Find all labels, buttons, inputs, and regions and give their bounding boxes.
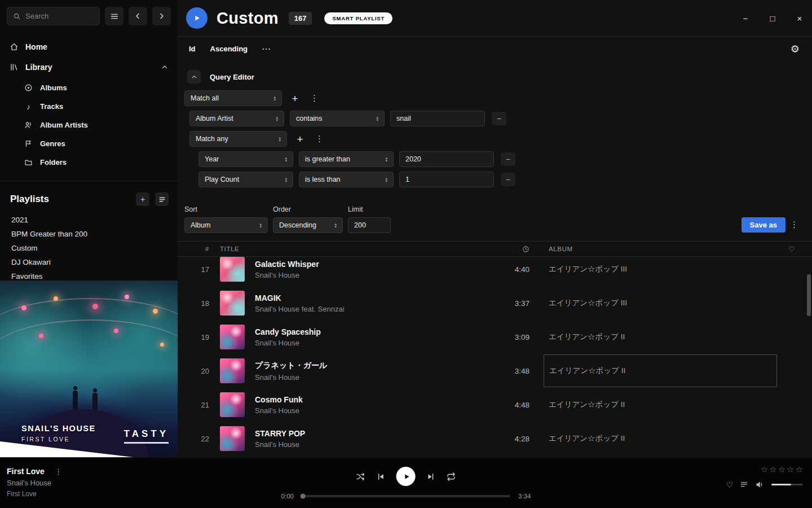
volume-slider[interactable] [771, 484, 803, 485]
rating-star[interactable]: ☆ [778, 465, 785, 475]
previous-track-button[interactable] [377, 472, 385, 481]
select-arrows-icon: ▴▾ [285, 177, 287, 182]
now-playing-menu-button[interactable]: ⋮ [52, 467, 64, 476]
table-row[interactable]: 17 Galactic Whisper Snail's House 4:40 エ… [178, 257, 812, 286]
rating-star[interactable]: ☆ [787, 465, 794, 475]
menu-button[interactable] [105, 7, 123, 25]
lantern-glow [160, 343, 164, 347]
seek-handle[interactable] [301, 494, 306, 499]
seek-bar[interactable] [302, 495, 510, 497]
track-duration: 4:40 [495, 265, 533, 274]
save-menu-button[interactable]: ⋮ [788, 220, 801, 230]
rule-group-menu-button[interactable]: ⋮ [313, 134, 326, 144]
playlist-list-button[interactable] [155, 192, 169, 206]
favorite-column-heart-icon[interactable]: ♡ [770, 245, 812, 253]
track-album-cell: エイリアン☆ポップ II [533, 422, 770, 456]
select-arrows-icon: ▴▾ [276, 116, 278, 121]
rule-field-select[interactable]: Play Count ▴▾ [198, 172, 293, 187]
column-album[interactable]: ALBUM [533, 246, 770, 252]
sidebar-item-folders[interactable]: Folders [0, 153, 178, 172]
select-arrows-icon: ▴▾ [385, 156, 387, 162]
volume-icon[interactable] [755, 480, 765, 489]
rule-field-select[interactable]: Album Artist ▴▾ [189, 111, 284, 126]
now-playing-album[interactable]: First Love [7, 490, 64, 498]
playlist-item[interactable]: DJ Okawari [11, 255, 169, 269]
add-rule-button[interactable]: + [288, 91, 302, 106]
back-button[interactable] [129, 7, 147, 25]
rule-operator-select[interactable]: contains ▴▾ [290, 111, 385, 126]
main-scrollbar[interactable] [807, 274, 811, 316]
sidebar-item-genres[interactable]: Genres [0, 134, 178, 153]
rating-star[interactable]: ☆ [761, 465, 768, 475]
rule-operator-select[interactable]: is greater than ▴▾ [299, 151, 394, 167]
playlist-item[interactable]: BPM Greater than 200 [11, 227, 169, 241]
play-playlist-button[interactable] [186, 7, 208, 29]
sort-select[interactable]: Album ▴▾ [184, 217, 268, 233]
search-input[interactable] [25, 12, 94, 20]
shuffle-button[interactable] [356, 472, 365, 481]
rule-value-input[interactable] [399, 172, 494, 187]
minimize-button[interactable]: − [740, 14, 751, 23]
rule-operator-select[interactable]: is less than ▴▾ [299, 172, 394, 187]
player-controls: 0:00 3:34 [281, 463, 531, 500]
duration-clock-icon[interactable] [495, 246, 533, 253]
playlist-list: 2021 BPM Greater than 200 Custom DJ Okaw… [10, 206, 169, 283]
remove-rule-button[interactable]: − [492, 112, 506, 125]
query-rule-row: Year ▴▾ is greater than ▴▾ − [198, 151, 812, 167]
sidebar-item-albums[interactable]: Albums [0, 78, 178, 97]
rating-star[interactable]: ☆ [769, 465, 776, 475]
select-arrows-icon: ▴▾ [259, 222, 262, 228]
sidebar-item-album-artists[interactable]: Album Artists [0, 116, 178, 134]
sort-order-button[interactable]: Ascending [210, 45, 248, 53]
artwork-credit: SNAIL'S HOUSE FIRST LOVE [21, 424, 96, 443]
table-row[interactable]: 18 MAGIK Snail's House feat. Sennzai 3:3… [178, 286, 812, 320]
match-root-row: Match all ▴▾ + ⋮ [184, 90, 812, 106]
playlist-item[interactable]: 2021 [11, 213, 169, 227]
remove-rule-button[interactable]: − [501, 152, 515, 166]
chevron-up-icon[interactable] [161, 63, 169, 71]
gear-icon[interactable]: ⚙ [791, 43, 800, 55]
chevron-right-icon [157, 12, 166, 20]
column-index[interactable]: # [178, 246, 213, 252]
table-row[interactable]: 22 STARRY POP Snail's House 4:28 エイリアン☆ポ… [178, 422, 812, 456]
repeat-button[interactable] [447, 472, 456, 481]
rule-value-input[interactable] [399, 151, 494, 167]
smart-playlist-badge: SMART PLAYLIST [324, 12, 392, 24]
add-rule-button[interactable]: + [293, 132, 307, 146]
sort-field-button[interactable]: Id [189, 45, 196, 53]
remove-rule-button[interactable]: − [501, 173, 515, 186]
track-album-cell: エイリアン☆ポップ II [533, 388, 770, 422]
add-playlist-button[interactable]: + [136, 192, 149, 206]
search-box[interactable] [7, 7, 100, 25]
track-album-cell-focused[interactable]: エイリアン☆ポップ II [544, 354, 777, 387]
rule-value-input[interactable] [390, 111, 485, 126]
next-track-button[interactable] [427, 472, 435, 481]
rating-star[interactable]: ☆ [796, 465, 803, 475]
order-select[interactable]: Descending ▴▾ [273, 217, 343, 233]
now-playing-artist[interactable]: Snail's House [7, 479, 64, 487]
now-playing-title[interactable]: First Love [7, 467, 45, 476]
forward-button[interactable] [152, 7, 171, 25]
match-type-select[interactable]: Match any ▴▾ [189, 131, 287, 147]
maximize-button[interactable]: □ [767, 14, 778, 23]
column-title[interactable]: TITLE [213, 246, 495, 252]
table-row[interactable]: 20 プラネット・ガール Snail's House 3:48 エイリアン☆ポッ… [178, 354, 812, 388]
queue-icon[interactable] [740, 480, 748, 489]
limit-label: Limit [348, 205, 391, 213]
save-as-button[interactable]: Save as [742, 217, 785, 233]
close-button[interactable]: × [794, 14, 805, 23]
table-row[interactable]: 19 Candy Spaceship Snail's House 3:09 エイ… [178, 320, 812, 354]
play-pause-button[interactable] [396, 467, 416, 486]
table-row[interactable]: 21 Cosmo Funk Snail's House 4:48 エイリアン☆ポ… [178, 388, 812, 422]
collapse-query-editor-button[interactable] [187, 70, 201, 84]
rule-group-menu-button[interactable]: ⋮ [308, 93, 321, 103]
match-type-select[interactable]: Match all ▴▾ [184, 90, 282, 106]
favorite-button[interactable]: ♡ [726, 480, 733, 489]
rule-field-select[interactable]: Year ▴▾ [198, 151, 293, 167]
more-options-button[interactable]: ··· [262, 45, 271, 53]
limit-input[interactable] [348, 217, 391, 233]
sidebar-item-library[interactable]: Library [0, 57, 178, 77]
sidebar-item-home[interactable]: Home [0, 37, 178, 57]
playlist-item[interactable]: Custom [11, 241, 169, 255]
sidebar-item-tracks[interactable]: ♪ Tracks [0, 97, 178, 116]
